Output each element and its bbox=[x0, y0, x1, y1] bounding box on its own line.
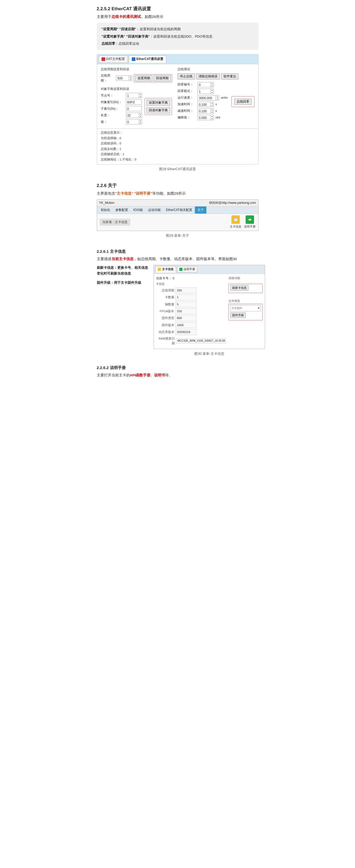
zero-section: 回零轴号： 0 ▲ ▼ 回零模式： bbox=[178, 82, 254, 122]
fig28-left-panel: 总线周期设置和回读 总线周期： 500 ▲ ▼ 设置周期 回读周期 bbox=[101, 67, 172, 126]
btn-clear-error[interactable]: 清除总线错误 bbox=[196, 73, 220, 80]
obj-btn-group: 设置对象字典 回读对象字典 bbox=[144, 98, 172, 115]
fig29-caption: 图29 菜单-关于 bbox=[97, 233, 258, 239]
test-buttons-row: 停止总线 清除总线错误 软件复位 bbox=[178, 73, 254, 80]
period-spin[interactable]: 500 ▲ ▼ bbox=[116, 75, 132, 81]
fig29-buttons: 主卡信息 📖 说明手册 bbox=[230, 215, 256, 229]
menu-param[interactable]: 参数配置 bbox=[113, 207, 131, 214]
fig30-toolbar: 主卡信息 说明手册 bbox=[154, 265, 265, 274]
info-box-225: "设置周期" "回读后期"：设置和回读当前总线的周期 "设置对象字典" "回读对… bbox=[97, 23, 258, 50]
fig28-window: DAT文件配置 EtherCAT通讯设置 总线周期设置和回读 总线周期： 500… bbox=[97, 54, 258, 164]
status-title: 总线信息显示： bbox=[101, 130, 255, 135]
fig30-main-info: 当前卡号： 0 卡信息 总线周期 250 卡数量 1 bbox=[156, 276, 226, 347]
fig30-content: 当前卡号： 0 卡信息 总线周期 250 卡数量 1 bbox=[154, 274, 265, 349]
btn-set-obj[interactable]: 设置对象字典 bbox=[147, 100, 170, 106]
btn-refresh-card[interactable]: 刷新卡信息 bbox=[230, 285, 249, 291]
obj-index-input[interactable]: 60FD bbox=[126, 99, 142, 105]
zero-speed-label: 运行速度： bbox=[178, 95, 196, 100]
value-up[interactable]: ▲ bbox=[139, 119, 142, 122]
section-2261-title: 2.2.6.1 主卡信息 bbox=[97, 248, 258, 255]
btn-stop-bus[interactable]: 停止总线 bbox=[178, 73, 195, 80]
sub-index-row: 子索引(0x)： 0 bbox=[101, 106, 142, 111]
node-up[interactable]: ▲ bbox=[139, 93, 142, 95]
period-up[interactable]: ▲ bbox=[129, 76, 132, 78]
length-down[interactable]: ▼ bbox=[139, 115, 142, 118]
status-axis: 当前选择轴：0 bbox=[101, 136, 255, 141]
menu-motion[interactable]: 运动功能 bbox=[146, 207, 163, 214]
upgrade-section: 文件类型 中文固件 ▾ 固件升级 bbox=[228, 299, 263, 320]
zero-mode-up[interactable]: ▲ bbox=[211, 89, 214, 91]
offset-unit: uint bbox=[215, 115, 220, 120]
obj-section-label: 对象字典设置和回读 bbox=[101, 87, 172, 92]
period-down[interactable]: ▼ bbox=[129, 78, 132, 81]
period-label: 总线周期： bbox=[101, 73, 115, 83]
speed-up[interactable]: ▲ bbox=[216, 95, 219, 98]
section-226-desc: 主界面包含"主卡信息" "说明手册"等功能。如图29所示 bbox=[97, 191, 258, 197]
menu-init[interactable]: 初始化 bbox=[98, 207, 113, 214]
btn-soft-reset[interactable]: 软件复位 bbox=[221, 73, 238, 80]
decel-down[interactable]: ▼ bbox=[211, 111, 214, 113]
infobox-item-0: "设置周期" "回读后期"：设置和回读当前总线的周期 bbox=[101, 26, 254, 32]
decel-up[interactable]: ▲ bbox=[211, 108, 214, 111]
btn-read-obj[interactable]: 回读对象字典 bbox=[147, 107, 170, 113]
card-no-value: 0 bbox=[173, 276, 174, 281]
info-row-5: 固件版本 1000 bbox=[156, 322, 226, 328]
zero-mode-down[interactable]: ▼ bbox=[211, 91, 214, 94]
zero-axis-up[interactable]: ▲ bbox=[211, 82, 214, 85]
file-type-label: 文件类型 bbox=[228, 299, 263, 304]
section-225: 2.2.5.2 EtherCAT 通讯设置 主要用于总线卡的通讯测试。如图28所… bbox=[97, 5, 258, 172]
speed-down[interactable]: ▼ bbox=[216, 98, 219, 100]
btn-set-period[interactable]: 设置周期 bbox=[135, 75, 153, 81]
obj-fields: 节点号： 1 ▲ ▼ 对象索引(0x)： 60FD bbox=[101, 93, 142, 126]
info-row-2: 轴数量 5 bbox=[156, 302, 226, 307]
node-down[interactable]: ▼ bbox=[139, 95, 142, 98]
fig30-layout: 刷新卡信息：更换卡号、相关信息变化时可刷新当前信息 固件升级：用于主卡固件升级 … bbox=[97, 265, 258, 362]
svg-text:📖: 📖 bbox=[248, 218, 252, 221]
length-label: 长度： bbox=[101, 113, 124, 118]
app-url: 研控科技http://www.yankong.com bbox=[209, 200, 256, 206]
offset-down[interactable]: ▼ bbox=[211, 118, 214, 120]
right-section-label: 高级功能 bbox=[228, 276, 263, 281]
accel-up[interactable]: ▲ bbox=[211, 102, 214, 104]
btn-read-period[interactable]: 回读周期 bbox=[154, 75, 171, 81]
menu-io[interactable]: IO功能 bbox=[131, 207, 146, 214]
obj-index-row: 对象索引(0x)： 60FD bbox=[101, 99, 142, 105]
current-item-label: 当前项：主卡信息 bbox=[100, 219, 130, 226]
length-row: 长度： 32 ▲ ▼ bbox=[101, 113, 142, 118]
refresh-dashed-group: 刷新卡信息 bbox=[228, 284, 263, 293]
tab-dat-config[interactable]: DAT文件配置 bbox=[99, 56, 128, 63]
fig28-caption: 图28 EtherCAT通讯设置 bbox=[97, 166, 258, 172]
tab-ethercat-config[interactable]: EtherCAT通讯设置 bbox=[129, 56, 166, 63]
menu-ethercat[interactable]: EtherCAT相关配置 bbox=[163, 207, 195, 214]
section-2262-title: 2.2.6.2 说明手册 bbox=[97, 365, 258, 371]
info-row-6: 动态库版本 20200218 bbox=[156, 329, 226, 335]
book-icon: 📖 bbox=[246, 215, 254, 224]
menu-about[interactable]: 关于 bbox=[195, 207, 206, 214]
value-down[interactable]: ▼ bbox=[139, 122, 142, 124]
fig29-menu-bar: 初始化 参数配置 IO功能 运动功能 EtherCAT相关配置 关于 bbox=[97, 207, 258, 214]
btn-bus-zero[interactable]: 总线回零 bbox=[234, 99, 252, 105]
tab-card-info[interactable]: 主卡信息 bbox=[155, 266, 176, 273]
btn-firmware-upgrade[interactable]: 固件升级 bbox=[230, 312, 246, 318]
zero-axis-down[interactable]: ▼ bbox=[211, 85, 214, 87]
dat-icon bbox=[101, 57, 105, 61]
section-225-desc: 主要用于总线卡的通讯测试。如图28所示 bbox=[97, 14, 258, 20]
info-row-1: 卡数量 1 bbox=[156, 294, 226, 300]
zero-decel-row: 减速时间： 0.100 ▲ ▼ s bbox=[178, 108, 227, 114]
fig29-window: YK_Motion 研控科技http://www.yankong.com 初始化… bbox=[97, 199, 258, 231]
accel-down[interactable]: ▼ bbox=[211, 104, 214, 107]
node-row: 节点号： 1 ▲ ▼ bbox=[101, 93, 142, 98]
btn-main-card-info[interactable]: 主卡信息 bbox=[230, 215, 241, 229]
upgrade-dropdown[interactable]: 中文固件 ▾ bbox=[230, 305, 261, 311]
tab-manual[interactable]: 说明手册 bbox=[177, 266, 197, 273]
zero-mode-row: 回零模式： 1 ▲ ▼ bbox=[178, 89, 227, 94]
btn-manual[interactable]: 📖 说明手册 bbox=[244, 215, 256, 229]
obj-section-body: 节点号： 1 ▲ ▼ 对象索引(0x)： 60FD bbox=[101, 93, 172, 126]
section-2261: 2.2.6.1 主卡信息 主要描述当前主卡信息，如总线周期、卡数量、动态库版本、… bbox=[97, 248, 258, 362]
book-icon2 bbox=[179, 268, 183, 271]
length-up[interactable]: ▲ bbox=[139, 113, 142, 115]
offset-up[interactable]: ▲ bbox=[211, 115, 214, 118]
sub-index-input[interactable]: 0 bbox=[126, 106, 142, 111]
app-name: YK_Motion bbox=[99, 200, 115, 206]
section-2262: 2.2.6.2 说明手册 主要打开当前主卡的API函数手册、说明书等。 bbox=[97, 365, 258, 378]
